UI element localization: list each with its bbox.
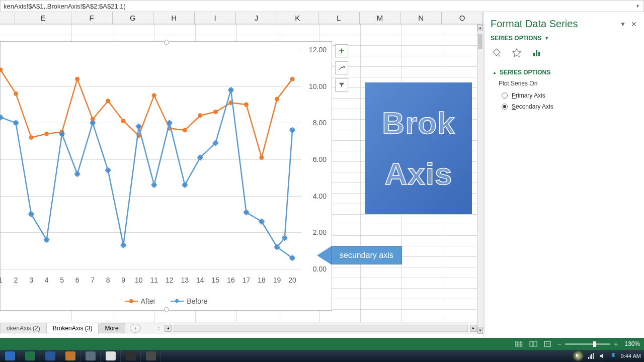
chart-object[interactable]: 0.002.004.006.008.0010.0012.00 123456789… [0, 41, 332, 311]
x-tick-label: 20 [288, 276, 296, 284]
svg-rect-100 [590, 355, 591, 359]
callout-arrow-shape[interactable]: secundary axis [317, 246, 402, 264]
clock[interactable]: 9:44 AM [621, 353, 641, 359]
hscroll-right-button[interactable]: ▸ [470, 325, 477, 332]
svg-point-19 [290, 77, 295, 81]
x-tick-label: 17 [243, 276, 251, 284]
zoom-in-button[interactable]: + [612, 340, 619, 347]
worksheet-area[interactable]: EFGHIJKLMNO 0.002.004.006.008.0010.0012.… [0, 12, 483, 338]
column-header-L[interactable]: L [318, 12, 360, 24]
column-header-K[interactable]: K [277, 12, 318, 24]
formula-bar[interactable]: kenAxis!$A$1,,BrokenAxis!$A$2:$A$21,1) ▾ [0, 0, 644, 12]
task-excel[interactable] [20, 350, 40, 362]
sheet-tabs-bar: okenAxis (2) BrokenAxis (3) More + ⋮ ◂ ▸ [0, 322, 477, 334]
task-app2[interactable] [80, 350, 101, 362]
svg-rect-88 [536, 50, 537, 56]
column-header-I[interactable]: I [195, 12, 236, 24]
legend-after[interactable]: After [125, 297, 156, 305]
wordart-shape[interactable]: Brok Axis [365, 82, 472, 214]
x-tick-label: 16 [227, 276, 235, 284]
hscroll-left-button[interactable]: ◂ [165, 325, 172, 332]
page-break-button[interactable] [542, 339, 553, 348]
column-header-F[interactable]: F [71, 12, 113, 24]
chart-elements-button[interactable]: + [335, 44, 348, 57]
scroll-thumb[interactable] [478, 34, 482, 49]
svg-rect-96 [534, 341, 537, 346]
chart-legend[interactable]: After Before [1, 297, 332, 305]
x-tick-label: 2 [14, 276, 18, 284]
primary-axis-radio[interactable]: Primary Axis [493, 90, 635, 101]
vertical-scrollbar[interactable]: ▲ ▼ [477, 24, 483, 334]
legend-before[interactable]: Before [171, 297, 207, 305]
task-word[interactable] [40, 350, 60, 362]
horizontal-scrollbar[interactable] [174, 325, 468, 332]
pane-dropdown-icon[interactable]: ▼ [620, 21, 626, 28]
secondary-axis-radio[interactable]: Secondary Axis [493, 101, 635, 112]
svg-point-18 [275, 97, 279, 102]
sheet-tab-more[interactable]: More [98, 323, 125, 333]
formula-expand-icon[interactable]: ▾ [633, 2, 641, 10]
chevron-down-icon: ▼ [544, 36, 549, 41]
task-app3[interactable] [121, 350, 141, 362]
status-bar: − + 130% [0, 338, 644, 350]
svg-point-1 [14, 92, 18, 96]
column-header-J[interactable]: J [236, 12, 277, 24]
column-header-G[interactable]: G [113, 12, 154, 24]
column-header-H[interactable]: H [153, 12, 195, 24]
x-tick-label: 14 [196, 276, 204, 284]
task-start[interactable] [0, 350, 20, 362]
chart-plot-area[interactable]: 0.002.004.006.008.0010.0012.00 123456789… [1, 50, 301, 269]
wordart-line2: Axis [385, 156, 453, 192]
network-icon[interactable] [588, 352, 595, 359]
x-tick-label: 6 [75, 276, 79, 284]
chart-filter-button[interactable] [335, 78, 348, 92]
effects-tab-icon[interactable] [511, 47, 523, 59]
zoom-out-button[interactable]: − [556, 340, 563, 347]
x-tick-label: 5 [60, 276, 64, 284]
zoom-slider[interactable] [565, 343, 610, 345]
sheet-tab-1[interactable]: okenAxis (2) [0, 323, 47, 333]
zoom-percent[interactable]: 130% [624, 340, 640, 347]
format-pane: Format Data Series ▼ ✕ SERIES OPTIONS ▼ … [483, 12, 644, 338]
normal-view-button[interactable] [514, 339, 525, 348]
dropbox-icon[interactable] [610, 352, 617, 359]
svg-point-10 [152, 93, 156, 98]
zoom-control: − + 130% [556, 340, 640, 347]
page-layout-button[interactable] [528, 339, 539, 348]
sheet-tab-2[interactable]: BrokenAxis (3) [46, 323, 99, 333]
pane-subhead[interactable]: SERIES OPTIONS ▼ [484, 33, 644, 47]
task-chrome[interactable] [101, 350, 121, 362]
y-tick-label: 8.00 [313, 119, 327, 127]
chart-lines [1, 50, 301, 269]
column-header-M[interactable]: M [360, 12, 401, 24]
formula-text: kenAxis!$A$1,,BrokenAxis!$A$2:$A$21,1) [4, 3, 126, 10]
scroll-down-button[interactable]: ▼ [477, 327, 483, 334]
volume-icon[interactable] [599, 352, 606, 359]
x-tick-label: 12 [166, 276, 174, 284]
svg-point-8 [121, 119, 126, 123]
pane-close-icon[interactable]: ✕ [631, 20, 637, 28]
column-header-O[interactable]: O [442, 12, 483, 24]
column-header-E[interactable]: E [15, 12, 71, 24]
scroll-up-button[interactable]: ▲ [477, 24, 483, 31]
task-app4[interactable] [141, 350, 161, 362]
fill-tab-icon[interactable] [491, 47, 503, 59]
series-tab-icon[interactable] [531, 47, 543, 59]
svg-rect-90 [515, 341, 523, 347]
x-tick-label: 4 [45, 276, 49, 284]
svg-point-3 [44, 132, 49, 136]
column-header-N[interactable]: N [400, 12, 442, 24]
svg-point-17 [260, 155, 264, 160]
add-sheet-button[interactable]: + [130, 324, 141, 333]
chart-styles-button[interactable] [335, 61, 348, 74]
y-tick-label: 4.00 [313, 192, 327, 200]
svg-rect-89 [538, 52, 540, 56]
plot-series-on-label: Plot Series On [493, 79, 635, 90]
series-options-header[interactable]: ▲ SERIES OPTIONS [493, 66, 635, 79]
svg-point-14 [213, 110, 218, 114]
task-app1[interactable] [60, 350, 80, 362]
x-tick-label: 9 [121, 276, 125, 284]
svg-rect-99 [588, 357, 589, 359]
x-tick-label: 13 [181, 276, 189, 284]
x-tick-label: 7 [91, 276, 95, 284]
